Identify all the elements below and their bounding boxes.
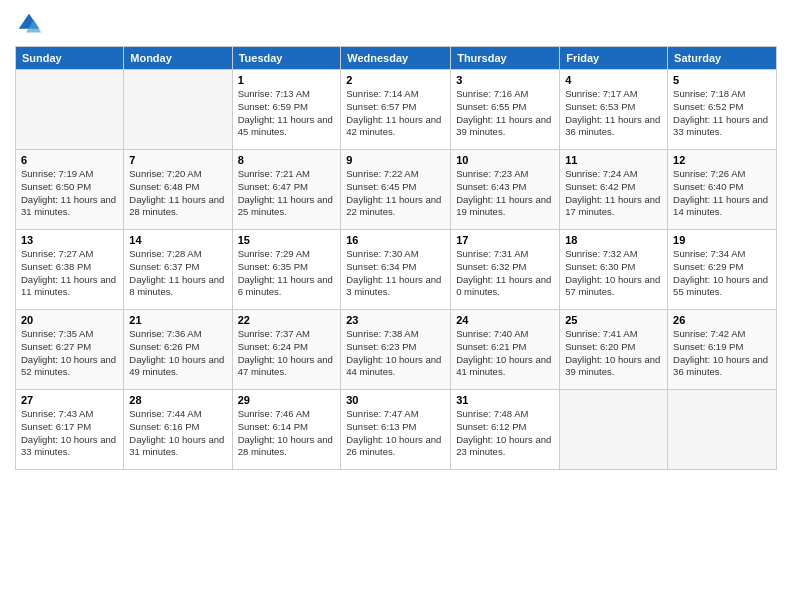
calendar-cell: 28Sunrise: 7:44 AM Sunset: 6:16 PM Dayli… (124, 390, 232, 470)
page-container: SundayMondayTuesdayWednesdayThursdayFrid… (0, 0, 792, 480)
day-info: Sunrise: 7:18 AM Sunset: 6:52 PM Dayligh… (673, 88, 771, 139)
calendar-week-row: 20Sunrise: 7:35 AM Sunset: 6:27 PM Dayli… (16, 310, 777, 390)
calendar-table: SundayMondayTuesdayWednesdayThursdayFrid… (15, 46, 777, 470)
day-info: Sunrise: 7:38 AM Sunset: 6:23 PM Dayligh… (346, 328, 445, 379)
calendar-cell: 13Sunrise: 7:27 AM Sunset: 6:38 PM Dayli… (16, 230, 124, 310)
day-info: Sunrise: 7:42 AM Sunset: 6:19 PM Dayligh… (673, 328, 771, 379)
day-info: Sunrise: 7:30 AM Sunset: 6:34 PM Dayligh… (346, 248, 445, 299)
calendar-cell: 5Sunrise: 7:18 AM Sunset: 6:52 PM Daylig… (668, 70, 777, 150)
calendar-cell (124, 70, 232, 150)
day-number: 9 (346, 154, 445, 166)
day-info: Sunrise: 7:34 AM Sunset: 6:29 PM Dayligh… (673, 248, 771, 299)
day-info: Sunrise: 7:24 AM Sunset: 6:42 PM Dayligh… (565, 168, 662, 219)
day-info: Sunrise: 7:21 AM Sunset: 6:47 PM Dayligh… (238, 168, 336, 219)
day-number: 6 (21, 154, 118, 166)
day-number: 29 (238, 394, 336, 406)
day-number: 24 (456, 314, 554, 326)
calendar-cell: 29Sunrise: 7:46 AM Sunset: 6:14 PM Dayli… (232, 390, 341, 470)
day-number: 17 (456, 234, 554, 246)
day-info: Sunrise: 7:36 AM Sunset: 6:26 PM Dayligh… (129, 328, 226, 379)
day-info: Sunrise: 7:27 AM Sunset: 6:38 PM Dayligh… (21, 248, 118, 299)
weekday-header: Saturday (668, 47, 777, 70)
day-number: 16 (346, 234, 445, 246)
calendar-cell: 6Sunrise: 7:19 AM Sunset: 6:50 PM Daylig… (16, 150, 124, 230)
day-number: 11 (565, 154, 662, 166)
logo (15, 10, 47, 38)
day-info: Sunrise: 7:22 AM Sunset: 6:45 PM Dayligh… (346, 168, 445, 219)
calendar-week-row: 27Sunrise: 7:43 AM Sunset: 6:17 PM Dayli… (16, 390, 777, 470)
day-number: 22 (238, 314, 336, 326)
day-number: 3 (456, 74, 554, 86)
day-info: Sunrise: 7:32 AM Sunset: 6:30 PM Dayligh… (565, 248, 662, 299)
calendar-cell: 14Sunrise: 7:28 AM Sunset: 6:37 PM Dayli… (124, 230, 232, 310)
day-number: 18 (565, 234, 662, 246)
day-info: Sunrise: 7:28 AM Sunset: 6:37 PM Dayligh… (129, 248, 226, 299)
weekday-header: Wednesday (341, 47, 451, 70)
weekday-header: Thursday (451, 47, 560, 70)
day-number: 31 (456, 394, 554, 406)
calendar-week-row: 13Sunrise: 7:27 AM Sunset: 6:38 PM Dayli… (16, 230, 777, 310)
calendar-cell: 8Sunrise: 7:21 AM Sunset: 6:47 PM Daylig… (232, 150, 341, 230)
calendar-week-row: 6Sunrise: 7:19 AM Sunset: 6:50 PM Daylig… (16, 150, 777, 230)
day-info: Sunrise: 7:46 AM Sunset: 6:14 PM Dayligh… (238, 408, 336, 459)
day-number: 14 (129, 234, 226, 246)
calendar-cell: 24Sunrise: 7:40 AM Sunset: 6:21 PM Dayli… (451, 310, 560, 390)
day-number: 5 (673, 74, 771, 86)
calendar-cell (560, 390, 668, 470)
day-info: Sunrise: 7:23 AM Sunset: 6:43 PM Dayligh… (456, 168, 554, 219)
day-number: 7 (129, 154, 226, 166)
calendar-cell: 2Sunrise: 7:14 AM Sunset: 6:57 PM Daylig… (341, 70, 451, 150)
day-info: Sunrise: 7:14 AM Sunset: 6:57 PM Dayligh… (346, 88, 445, 139)
day-number: 28 (129, 394, 226, 406)
calendar-cell: 10Sunrise: 7:23 AM Sunset: 6:43 PM Dayli… (451, 150, 560, 230)
day-number: 4 (565, 74, 662, 86)
day-info: Sunrise: 7:31 AM Sunset: 6:32 PM Dayligh… (456, 248, 554, 299)
calendar-cell: 7Sunrise: 7:20 AM Sunset: 6:48 PM Daylig… (124, 150, 232, 230)
day-number: 2 (346, 74, 445, 86)
calendar-cell: 12Sunrise: 7:26 AM Sunset: 6:40 PM Dayli… (668, 150, 777, 230)
day-info: Sunrise: 7:19 AM Sunset: 6:50 PM Dayligh… (21, 168, 118, 219)
calendar-cell: 3Sunrise: 7:16 AM Sunset: 6:55 PM Daylig… (451, 70, 560, 150)
day-number: 26 (673, 314, 771, 326)
calendar-cell: 15Sunrise: 7:29 AM Sunset: 6:35 PM Dayli… (232, 230, 341, 310)
day-number: 20 (21, 314, 118, 326)
day-number: 30 (346, 394, 445, 406)
day-number: 15 (238, 234, 336, 246)
day-info: Sunrise: 7:47 AM Sunset: 6:13 PM Dayligh… (346, 408, 445, 459)
calendar-week-row: 1Sunrise: 7:13 AM Sunset: 6:59 PM Daylig… (16, 70, 777, 150)
day-info: Sunrise: 7:13 AM Sunset: 6:59 PM Dayligh… (238, 88, 336, 139)
header (15, 10, 777, 38)
day-info: Sunrise: 7:35 AM Sunset: 6:27 PM Dayligh… (21, 328, 118, 379)
calendar-cell: 17Sunrise: 7:31 AM Sunset: 6:32 PM Dayli… (451, 230, 560, 310)
day-number: 10 (456, 154, 554, 166)
day-info: Sunrise: 7:37 AM Sunset: 6:24 PM Dayligh… (238, 328, 336, 379)
weekday-header: Sunday (16, 47, 124, 70)
day-info: Sunrise: 7:43 AM Sunset: 6:17 PM Dayligh… (21, 408, 118, 459)
calendar-cell: 25Sunrise: 7:41 AM Sunset: 6:20 PM Dayli… (560, 310, 668, 390)
weekday-header: Tuesday (232, 47, 341, 70)
calendar-cell: 18Sunrise: 7:32 AM Sunset: 6:30 PM Dayli… (560, 230, 668, 310)
calendar-cell: 30Sunrise: 7:47 AM Sunset: 6:13 PM Dayli… (341, 390, 451, 470)
calendar-cell: 4Sunrise: 7:17 AM Sunset: 6:53 PM Daylig… (560, 70, 668, 150)
day-info: Sunrise: 7:17 AM Sunset: 6:53 PM Dayligh… (565, 88, 662, 139)
calendar-cell: 11Sunrise: 7:24 AM Sunset: 6:42 PM Dayli… (560, 150, 668, 230)
day-number: 1 (238, 74, 336, 86)
logo-icon (15, 10, 43, 38)
weekday-header-row: SundayMondayTuesdayWednesdayThursdayFrid… (16, 47, 777, 70)
day-info: Sunrise: 7:44 AM Sunset: 6:16 PM Dayligh… (129, 408, 226, 459)
day-number: 21 (129, 314, 226, 326)
calendar-cell (668, 390, 777, 470)
calendar-cell: 23Sunrise: 7:38 AM Sunset: 6:23 PM Dayli… (341, 310, 451, 390)
day-number: 23 (346, 314, 445, 326)
calendar-cell: 16Sunrise: 7:30 AM Sunset: 6:34 PM Dayli… (341, 230, 451, 310)
calendar-cell: 22Sunrise: 7:37 AM Sunset: 6:24 PM Dayli… (232, 310, 341, 390)
calendar-cell: 27Sunrise: 7:43 AM Sunset: 6:17 PM Dayli… (16, 390, 124, 470)
calendar-cell: 9Sunrise: 7:22 AM Sunset: 6:45 PM Daylig… (341, 150, 451, 230)
calendar-cell: 21Sunrise: 7:36 AM Sunset: 6:26 PM Dayli… (124, 310, 232, 390)
day-info: Sunrise: 7:16 AM Sunset: 6:55 PM Dayligh… (456, 88, 554, 139)
day-info: Sunrise: 7:26 AM Sunset: 6:40 PM Dayligh… (673, 168, 771, 219)
calendar-cell (16, 70, 124, 150)
day-number: 8 (238, 154, 336, 166)
day-number: 12 (673, 154, 771, 166)
day-info: Sunrise: 7:40 AM Sunset: 6:21 PM Dayligh… (456, 328, 554, 379)
